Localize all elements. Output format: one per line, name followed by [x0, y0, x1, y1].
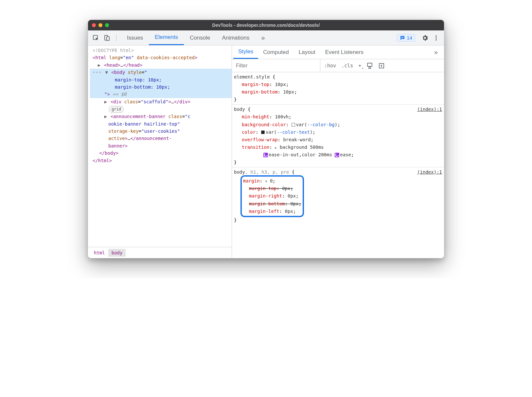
expand-shorthand-icon[interactable]: ▶	[275, 146, 277, 149]
more-sidebar-tabs[interactable]: »	[429, 45, 443, 59]
kebab-menu-button[interactable]	[432, 33, 441, 43]
cls-toggle[interactable]: .cls	[339, 62, 355, 70]
styles-filter-bar: :hov .cls +▾	[232, 59, 444, 72]
svg-rect-4	[401, 38, 403, 38]
messages-count: 14	[407, 35, 412, 41]
svg-rect-3	[401, 37, 404, 37]
tab-layout[interactable]: Layout	[294, 45, 320, 59]
more-tabs-button[interactable]: »	[256, 30, 271, 45]
grid-badge[interactable]: grid	[109, 106, 124, 113]
head-node[interactable]: ▶ <head>…</head>	[90, 61, 232, 69]
tab-animations[interactable]: Animations	[216, 30, 255, 45]
message-icon	[400, 35, 405, 41]
elements-panel: <!DOCTYPE html> <html lang="en" data-coo…	[88, 45, 232, 258]
ellipsis-icon: •••	[93, 70, 102, 75]
collapse-shorthand-icon[interactable]: ▼	[265, 180, 267, 183]
hov-toggle[interactable]: :hov	[322, 62, 338, 70]
device-toggle-icon[interactable]	[102, 33, 112, 43]
color-swatch-white[interactable]	[292, 123, 295, 127]
toolbar-divider	[116, 34, 116, 42]
content-area: <!DOCTYPE html> <html lang="en" data-coo…	[88, 45, 444, 258]
svg-point-6	[435, 37, 437, 39]
main-toolbar: Issues Elements Console Animations » 14	[88, 30, 444, 45]
tab-issues[interactable]: Issues	[121, 30, 149, 45]
settings-button[interactable]	[420, 33, 430, 43]
messages-badge[interactable]: 14	[397, 34, 415, 42]
rule-body[interactable]: body {(index):1 min-height: 100vh; backg…	[232, 105, 444, 167]
computed-toggle-icon[interactable]	[376, 61, 387, 70]
easing-icon[interactable]	[263, 153, 268, 157]
paintbrush-icon[interactable]	[364, 61, 375, 70]
html-close-tag: </html>	[90, 157, 232, 164]
breadcrumb-body[interactable]: body	[108, 249, 126, 257]
svg-rect-8	[367, 63, 372, 66]
tab-elements[interactable]: Elements	[149, 30, 184, 45]
svg-point-5	[435, 35, 437, 37]
traffic-lights	[92, 23, 109, 27]
expand-icon[interactable]: ▶	[97, 61, 101, 69]
devtools-window: DevTools - developer.chrome.com/docs/dev…	[88, 20, 444, 258]
body-close-tag: </body>	[90, 149, 232, 157]
main-tabs: Issues Elements Console Animations »	[121, 30, 395, 45]
svg-point-7	[435, 39, 437, 41]
gear-icon	[421, 34, 429, 42]
dollar-zero: == $0	[113, 92, 126, 97]
doctype: <!DOCTYPE html>	[93, 48, 134, 53]
tab-styles[interactable]: Styles	[233, 45, 258, 59]
svg-rect-2	[107, 37, 109, 41]
html-open-tag[interactable]: <html lang="en" data-cookies-accepted>	[90, 54, 232, 61]
body-node-selected[interactable]: ••• ▼ <body style=" margin-top: 10px; ma…	[90, 69, 232, 98]
styles-rules: element.style { margin-top: 10px; margin…	[232, 72, 444, 258]
maximize-button[interactable]	[105, 23, 109, 27]
styles-panel: Styles Computed Layout Event Listeners »…	[232, 45, 444, 258]
breadcrumb-html[interactable]: html	[91, 249, 108, 257]
rule-element-style[interactable]: element.style { margin-top: 10px; margin…	[232, 72, 444, 105]
close-button[interactable]	[92, 23, 96, 27]
tab-console[interactable]: Console	[184, 30, 216, 45]
styles-filter-input[interactable]	[232, 59, 320, 72]
svg-rect-0	[93, 35, 98, 40]
sidebar-tabs: Styles Computed Layout Event Listeners »	[232, 45, 444, 59]
highlighted-margin-box: margin: ▼ 0; margin-top: 0px; margin-rig…	[240, 175, 304, 217]
minimize-button[interactable]	[98, 23, 102, 27]
kebab-icon	[433, 35, 439, 41]
source-link[interactable]: (index):1	[417, 168, 442, 176]
titlebar: DevTools - developer.chrome.com/docs/dev…	[88, 20, 444, 30]
window-title: DevTools - developer.chrome.com/docs/dev…	[88, 23, 444, 28]
color-swatch-black[interactable]	[261, 130, 265, 134]
expand-icon[interactable]: ▶	[104, 98, 108, 105]
inspect-icon[interactable]	[91, 33, 100, 43]
tab-event-listeners[interactable]: Event Listeners	[320, 45, 368, 59]
announcement-banner-node[interactable]: ▶ <announcement-banner class="c ookie-ba…	[90, 113, 232, 149]
collapse-icon[interactable]: ▼	[105, 69, 109, 76]
dom-tree[interactable]: <!DOCTYPE html> <html lang="en" data-coo…	[88, 45, 232, 247]
new-rule-button[interactable]: +▾	[356, 62, 363, 70]
expand-icon[interactable]: ▶	[104, 113, 108, 120]
easing-icon[interactable]	[335, 153, 339, 157]
breadcrumb: html body	[88, 247, 232, 258]
tab-computed[interactable]: Computed	[258, 45, 293, 59]
svg-rect-9	[379, 63, 384, 68]
div-scaffold-node[interactable]: ▶ <div class="scaffold">…</div>	[90, 98, 232, 105]
rule-margin-reset[interactable]: body, h1, h3, p, pre {(index):1 margin: …	[232, 167, 444, 225]
source-link[interactable]: (index):1	[417, 106, 442, 113]
